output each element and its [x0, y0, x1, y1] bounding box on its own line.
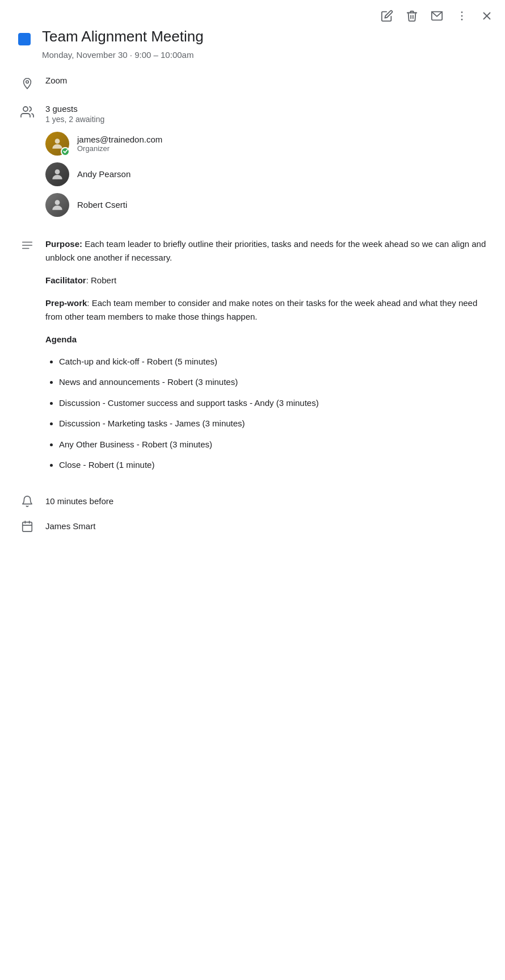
- guest-info-james: james@trainedon.com Organizer: [77, 135, 162, 153]
- svg-point-10: [55, 200, 60, 205]
- svg-point-6: [26, 81, 29, 83]
- guest-item-robert: Robert Cserti: [45, 193, 487, 217]
- guests-count: 3 guests: [45, 104, 487, 114]
- calendar-owner-row: James Smart: [18, 520, 487, 533]
- purpose-paragraph: Purpose: Each team leader to briefly out…: [45, 237, 487, 265]
- event-header: Team Alignment Meeting Monday, November …: [18, 27, 487, 60]
- more-options-button[interactable]: [455, 9, 469, 23]
- svg-point-3: [461, 19, 463, 20]
- svg-point-1: [461, 11, 463, 13]
- avatar-andy: [45, 162, 69, 186]
- purpose-label: Purpose:: [45, 239, 82, 249]
- agenda-list: Catch-up and kick-off - Robert (5 minute…: [45, 355, 487, 472]
- check-badge-james: [61, 147, 70, 156]
- agenda-item-6: Close - Robert (1 minute): [59, 459, 487, 472]
- reminder-icon: [20, 495, 34, 508]
- event-color-indicator: [18, 33, 31, 45]
- avatar-robert: [45, 193, 69, 217]
- guest-item-james: james@trainedon.com Organizer: [45, 132, 487, 156]
- avatar-wrap-james: [45, 132, 69, 156]
- event-time-range: 9:00 – 10:00am: [134, 50, 193, 60]
- location-text: Zoom: [45, 76, 487, 85]
- guest-name-andy: Andy Pearson: [77, 169, 131, 179]
- prepwork-paragraph: Prep-work: Each team member to consider …: [45, 296, 487, 324]
- prepwork-text: : Each team member to consider and make …: [45, 298, 477, 321]
- reminder-row: 10 minutes before: [18, 495, 487, 508]
- facilitator-paragraph: Facilitator: Robert: [45, 274, 487, 287]
- avatar-wrap-robert: [45, 193, 69, 217]
- facilitator-text: : Robert: [86, 275, 116, 285]
- guest-name-robert: Robert Cserti: [77, 200, 127, 210]
- guest-info-robert: Robert Cserti: [77, 200, 127, 210]
- svg-point-8: [55, 139, 60, 144]
- description-text: Purpose: Each team leader to briefly out…: [45, 237, 487, 481]
- prepwork-label: Prep-work: [45, 298, 87, 308]
- event-title: Team Alignment Meeting: [42, 27, 487, 47]
- guests-row: 3 guests 1 yes, 2 awaiting: [18, 104, 487, 224]
- description-icon: [20, 238, 34, 252]
- email-button[interactable]: [430, 9, 444, 23]
- svg-point-7: [23, 107, 28, 111]
- agenda-item-5: Any Other Business - Robert (3 minutes): [59, 438, 487, 451]
- guests-icon: [20, 105, 34, 119]
- agenda-item-2: News and announcements - Robert (3 minut…: [59, 376, 487, 389]
- svg-point-2: [461, 15, 463, 17]
- facilitator-label: Facilitator: [45, 275, 86, 285]
- calendar-owner-text: James Smart: [45, 521, 95, 531]
- guest-name-james: james@trainedon.com: [77, 135, 162, 144]
- close-button[interactable]: [480, 9, 494, 23]
- calendar-icon: [20, 520, 34, 533]
- guest-item-andy: Andy Pearson: [45, 162, 487, 186]
- guest-info-andy: Andy Pearson: [77, 169, 131, 179]
- agenda-title: Agenda: [45, 333, 487, 346]
- event-date: Monday, November 30: [42, 50, 128, 60]
- location-icon: [20, 77, 34, 90]
- location-row: Zoom: [18, 76, 487, 90]
- purpose-text: Each team leader to briefly outline thei…: [45, 239, 486, 262]
- event-detail-panel: Team Alignment Meeting Monday, November …: [0, 27, 505, 563]
- agenda-item-1: Catch-up and kick-off - Robert (5 minute…: [59, 355, 487, 368]
- event-title-block: Team Alignment Meeting Monday, November …: [42, 27, 487, 60]
- event-date-separator: ·: [130, 50, 134, 60]
- delete-button[interactable]: [405, 9, 419, 23]
- svg-point-9: [55, 169, 60, 174]
- svg-rect-14: [23, 522, 32, 531]
- agenda-item-3: Discussion - Customer success and suppor…: [59, 397, 487, 410]
- reminder-text: 10 minutes before: [45, 496, 113, 506]
- avatar-wrap-andy: [45, 162, 69, 186]
- description-row: Purpose: Each team leader to briefly out…: [18, 237, 487, 481]
- edit-button[interactable]: [380, 9, 394, 23]
- agenda-item-4: Discussion - Marketing tasks - James (3 …: [59, 417, 487, 430]
- event-datetime: Monday, November 30 · 9:00 – 10:00am: [42, 50, 487, 60]
- guests-status: 1 yes, 2 awaiting: [45, 115, 487, 124]
- guest-role-james: Organizer: [77, 144, 162, 153]
- guests-detail: 3 guests 1 yes, 2 awaiting: [45, 104, 487, 224]
- toolbar: [0, 0, 505, 27]
- agenda-section: Agenda: [45, 333, 487, 346]
